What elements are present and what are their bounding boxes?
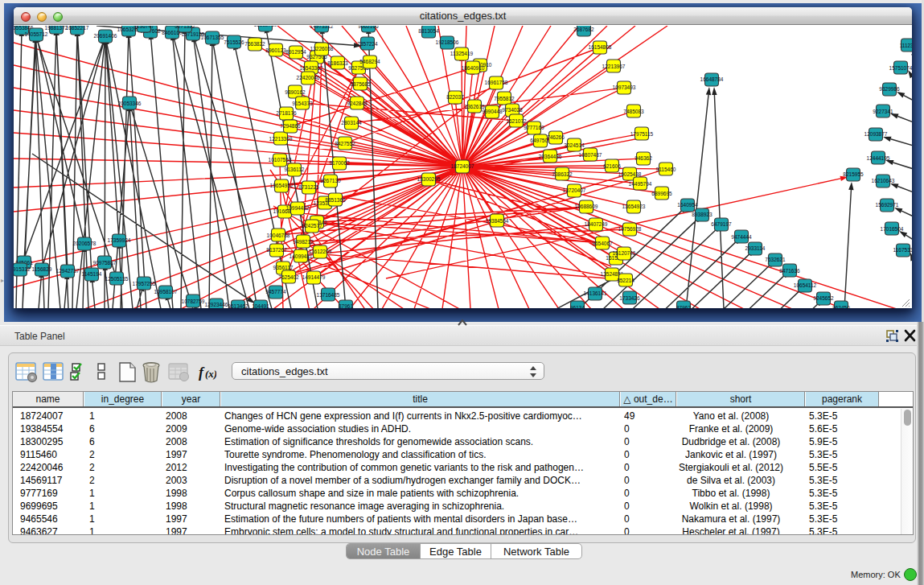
svg-text:16648784: 16648784 bbox=[700, 76, 724, 82]
svg-text:946362: 946362 bbox=[634, 155, 652, 161]
svg-text:1621072: 1621072 bbox=[506, 118, 527, 124]
svg-text:16210643: 16210643 bbox=[872, 178, 895, 183]
svg-text:3915312: 3915312 bbox=[14, 266, 31, 272]
svg-text:14914479: 14914479 bbox=[302, 274, 326, 280]
svg-text:14099481: 14099481 bbox=[290, 253, 313, 259]
svg-text:16154808: 16154808 bbox=[589, 44, 612, 50]
svg-text:7294866: 7294866 bbox=[280, 123, 301, 129]
svg-text:20053346: 20053346 bbox=[118, 101, 142, 106]
svg-text:9356117: 9356117 bbox=[273, 265, 294, 270]
svg-text:13720407: 13720407 bbox=[563, 187, 586, 193]
svg-text:17016504: 17016504 bbox=[881, 226, 904, 232]
svg-text:352214: 352214 bbox=[617, 278, 634, 283]
svg-text:10807487: 10807487 bbox=[579, 152, 602, 158]
svg-text:22420046: 22420046 bbox=[297, 75, 320, 80]
svg-text:2803144: 2803144 bbox=[341, 120, 362, 126]
svg-text:10671355: 10671355 bbox=[201, 35, 224, 40]
svg-text:10046788: 10046788 bbox=[267, 233, 290, 238]
svg-text:f: f bbox=[199, 365, 205, 381]
svg-text:7515526: 7515526 bbox=[224, 39, 244, 45]
svg-text:12213967: 12213967 bbox=[602, 64, 626, 69]
svg-text:9498212: 9498212 bbox=[293, 239, 314, 245]
svg-text:7386322: 7386322 bbox=[552, 171, 573, 177]
svg-text:822037: 822037 bbox=[446, 94, 464, 100]
svg-text:8186323: 8186323 bbox=[327, 60, 348, 66]
svg-text:12213369: 12213369 bbox=[269, 136, 293, 142]
svg-text:8471636: 8471636 bbox=[779, 268, 800, 274]
svg-text:8427552: 8427552 bbox=[335, 141, 355, 146]
svg-text:10688609: 10688609 bbox=[575, 204, 598, 209]
svg-text:12923446: 12923446 bbox=[205, 302, 228, 307]
svg-text:962450: 962450 bbox=[832, 305, 850, 308]
svg-text:8938923: 8938923 bbox=[692, 212, 713, 217]
svg-text:621606: 621606 bbox=[603, 163, 621, 169]
svg-text:90975887: 90975887 bbox=[93, 260, 117, 266]
svg-text:17957255: 17957255 bbox=[133, 281, 156, 286]
svg-text:15692971: 15692971 bbox=[876, 202, 899, 208]
svg-text:7663822: 7663822 bbox=[244, 41, 265, 47]
svg-text:1640954: 1640954 bbox=[677, 202, 698, 208]
svg-text:87962: 87962 bbox=[676, 305, 691, 308]
svg-text:2933114: 2933114 bbox=[745, 245, 766, 251]
svg-text:8875685: 8875685 bbox=[350, 81, 371, 87]
svg-text:11612209: 11612209 bbox=[309, 249, 332, 254]
svg-text:16852217: 16852217 bbox=[66, 26, 89, 31]
svg-text:9154373: 9154373 bbox=[292, 101, 313, 106]
svg-text:10782759: 10782759 bbox=[182, 299, 205, 304]
svg-text:9170062: 9170062 bbox=[329, 160, 350, 166]
svg-text:8215955: 8215955 bbox=[843, 171, 864, 177]
svg-text:19654952: 19654952 bbox=[270, 183, 294, 188]
svg-text:10994482: 10994482 bbox=[286, 205, 310, 211]
svg-text:7857224: 7857224 bbox=[357, 41, 378, 47]
svg-text:1167533: 1167533 bbox=[893, 247, 912, 253]
svg-text:2718176: 2718176 bbox=[276, 110, 297, 116]
svg-text:2687682: 2687682 bbox=[573, 27, 594, 32]
svg-text:5468294: 5468294 bbox=[359, 59, 380, 64]
svg-text:20206578: 20206578 bbox=[73, 241, 97, 246]
svg-text:19384554: 19384554 bbox=[486, 218, 509, 224]
svg-text:10654112: 10654112 bbox=[794, 282, 817, 288]
svg-text:8267130: 8267130 bbox=[320, 178, 341, 183]
svg-text:17359924: 17359924 bbox=[108, 237, 131, 243]
svg-text:104491: 104491 bbox=[252, 303, 269, 308]
svg-text:14136141: 14136141 bbox=[584, 290, 607, 296]
svg-text:9474444: 9474444 bbox=[731, 234, 752, 240]
svg-text:11325419: 11325419 bbox=[450, 51, 474, 56]
svg-text:12444195: 12444195 bbox=[867, 155, 890, 161]
svg-text:8960123: 8960123 bbox=[265, 47, 286, 53]
svg-text:16120746: 16120746 bbox=[613, 250, 636, 256]
svg-text:19881372: 19881372 bbox=[45, 26, 68, 31]
svg-text:9136112: 9136112 bbox=[285, 167, 305, 172]
svg-text:7625402: 7625402 bbox=[278, 274, 299, 280]
svg-text:20364436: 20364436 bbox=[539, 154, 562, 159]
svg-text:15751074: 15751074 bbox=[889, 65, 912, 71]
svg-text:20691406: 20691406 bbox=[94, 33, 117, 39]
svg-text:9562166: 9562166 bbox=[358, 26, 379, 29]
svg-text:8137267: 8137267 bbox=[266, 247, 287, 253]
svg-text:10973493: 10973493 bbox=[613, 84, 636, 90]
svg-text:111239: 111239 bbox=[900, 43, 912, 48]
svg-text:9329986: 9329986 bbox=[879, 86, 900, 92]
svg-text:87961: 87961 bbox=[339, 303, 353, 308]
svg-text:9990448: 9990448 bbox=[482, 109, 503, 114]
svg-text:16961758: 16961758 bbox=[485, 80, 508, 85]
svg-text:7485083: 7485083 bbox=[623, 109, 644, 114]
svg-text:10025438: 10025438 bbox=[618, 171, 642, 177]
svg-text:5271322: 5271322 bbox=[175, 26, 195, 29]
svg-text:8813054: 8813054 bbox=[418, 28, 439, 34]
svg-text:9115460: 9115460 bbox=[656, 167, 676, 172]
svg-text:19218506: 19218506 bbox=[436, 39, 459, 45]
svg-text:12942737: 12942737 bbox=[56, 268, 80, 274]
svg-text:16543362: 16543362 bbox=[300, 65, 323, 71]
svg-text:3024514: 3024514 bbox=[564, 142, 585, 148]
svg-text:18724007: 18724007 bbox=[451, 163, 474, 169]
svg-text:1156829: 1156829 bbox=[32, 266, 52, 272]
svg-text:9734028: 9734028 bbox=[502, 107, 523, 113]
svg-text:9457774: 9457774 bbox=[265, 289, 286, 295]
svg-text:17975115: 17975115 bbox=[630, 131, 654, 137]
svg-text:7632621: 7632621 bbox=[765, 257, 786, 262]
svg-text:6899695: 6899695 bbox=[651, 191, 672, 196]
svg-text:13654923: 13654923 bbox=[622, 204, 646, 209]
svg-text:(x): (x) bbox=[205, 368, 216, 380]
svg-text:746266: 746266 bbox=[547, 134, 565, 140]
